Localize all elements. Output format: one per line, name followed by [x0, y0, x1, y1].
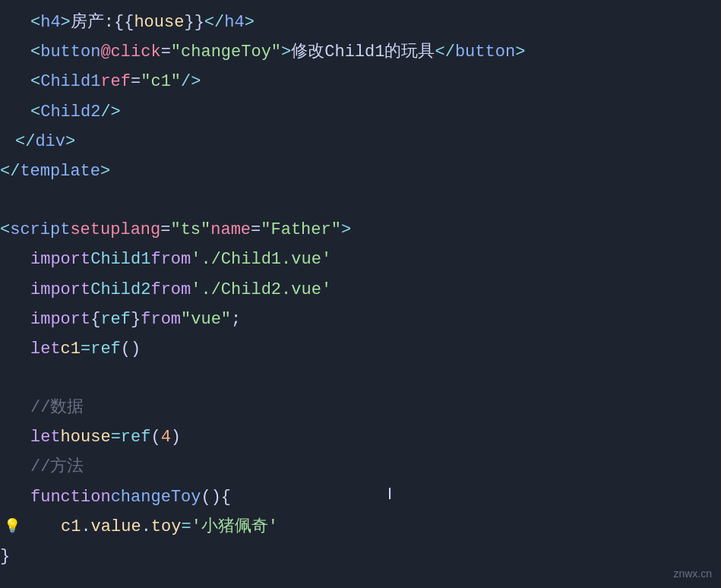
keyword-from-2: from — [150, 277, 191, 303]
import-child2: Child2 — [90, 277, 150, 303]
tag-self-close: /> — [181, 68, 201, 95]
attr-val-click: "changeToy" — [171, 39, 281, 65]
prop-toy: toy — [151, 514, 182, 540]
tag-name-child1: Child1 — [40, 68, 100, 95]
tag-bracket-c1: < — [30, 68, 40, 95]
tag-name-button: button — [40, 39, 100, 65]
semicolon: ; — [231, 306, 241, 333]
tag-bracket-btn2: > — [281, 39, 291, 65]
var-c1-2: c1 — [61, 514, 81, 540]
func-name-changetoy: changeToy — [111, 484, 201, 511]
prop-value: value — [91, 514, 141, 540]
code-line-14: // 数据 — [0, 393, 721, 422]
tag-bracket-btn4: > — [515, 39, 525, 65]
var-house: house — [134, 9, 184, 36]
tag-name-script: script — [10, 217, 70, 243]
code-line-4: <Child2 /> — [0, 97, 721, 127]
code-editor: <h4>房产: {{ house }}</h4> <button @click=… — [0, 0, 721, 588]
code-line-15: let house = ref(4) — [0, 422, 721, 452]
tag-bracket-close: > — [61, 9, 71, 36]
attr-lang: lang — [120, 217, 160, 243]
keyword-import-2: import — [30, 277, 90, 303]
func-call-ref-2: ref — [121, 424, 151, 450]
tag-bracket-btn3: </ — [435, 39, 455, 65]
attr-eq-name: = — [251, 217, 261, 243]
paren-close-ref2: ) — [171, 424, 181, 450]
tag-name-template-end: template — [20, 158, 100, 185]
code-line-8: <script setup lang="ts" name="Father"> — [0, 215, 721, 245]
operator-eq-1: = — [81, 336, 90, 362]
var-house-2: house — [61, 424, 111, 450]
tag-name-child2: Child2 — [40, 99, 100, 125]
tag-name-h4: h4 — [40, 9, 60, 36]
code-line-2: <button @click="changeToy">修改Child1的玩具</… — [0, 37, 721, 67]
tag-bracket-c2: < — [30, 99, 40, 125]
tag-bracket-script2: > — [341, 217, 351, 243]
button-text: 修改Child1的玩具 — [291, 39, 435, 65]
func-paren: (){ — [201, 484, 231, 511]
code-line-1: <h4>房产: {{ house }}</h4> — [0, 8, 721, 37]
attr-click: @click — [100, 39, 160, 65]
code-line-16: // 方法 — [0, 452, 721, 482]
keyword-import-3: import — [30, 306, 90, 333]
string-peppa: '小猪佩奇' — [191, 514, 278, 540]
watermark: znwx.cn — [673, 565, 712, 582]
comment-method-text: 方法 — [50, 454, 84, 480]
text-house-label: 房产: — [71, 9, 114, 36]
text-cursor: I — [387, 480, 392, 508]
tag-self-close2: /> — [100, 99, 120, 125]
string-child2-path: './Child2.vue' — [191, 277, 331, 303]
tag-name-h4-end: h4 — [224, 9, 244, 36]
comment-method: // — [30, 454, 50, 480]
comment-data-text: 数据 — [50, 394, 84, 421]
keyword-function: function — [30, 484, 111, 511]
import-ref: ref — [100, 306, 131, 333]
tag-bracket-div-end2: > — [65, 128, 75, 155]
attr-val-father: "Father" — [261, 217, 341, 243]
tag-bracket-div-end: </ — [0, 128, 35, 155]
keyword-from-3: from — [141, 306, 181, 333]
code-line-18: 💡 c1.value.toy = '小猪佩奇' — [0, 512, 721, 542]
comment-data: // — [30, 394, 50, 421]
operator-assign: = — [181, 514, 191, 540]
tag-bracket-end2: > — [245, 9, 255, 36]
code-line-12: let c1 = ref() — [0, 334, 721, 364]
keyword-let-1: let — [30, 336, 61, 362]
keyword-import-1: import — [30, 246, 90, 273]
paren-open-ref2: ( — [150, 424, 160, 450]
attr-name-name: name — [210, 217, 251, 243]
brace-open: { — [90, 306, 100, 333]
operator-eq-2: = — [111, 424, 121, 450]
string-child1-path: './Child1.vue' — [191, 246, 331, 273]
template-close: }} — [184, 9, 204, 36]
import-child1: Child1 — [90, 246, 150, 273]
empty-line-1 — [0, 186, 721, 215]
code-line-10: import Child2 from './Child2.vue' — [0, 275, 721, 305]
tag-bracket-script: < — [0, 217, 10, 243]
code-line-9: import Child1 from './Child1.vue' — [0, 245, 721, 274]
attr-eq-lang: = — [160, 217, 170, 243]
func-call-ref-1: ref — [90, 336, 121, 362]
attr-eq: = — [161, 39, 171, 65]
tag-bracket: < — [30, 9, 40, 36]
code-line-3: <Child1 ref="c1"/> — [0, 67, 721, 96]
keyword-from-1: from — [150, 246, 191, 273]
tag-bracket-tpl-end: </ — [0, 158, 20, 185]
attr-setup: setup — [70, 217, 120, 243]
dot-2: . — [141, 514, 151, 540]
code-line-19: } — [0, 542, 721, 571]
var-c1: c1 — [61, 336, 81, 362]
lightbulb-icon[interactable]: 💡 — [4, 516, 21, 538]
brace-close: } — [131, 306, 141, 333]
tag-bracket-btn: < — [30, 39, 40, 65]
number-4: 4 — [161, 424, 171, 450]
paren-ref: () — [121, 336, 141, 362]
attr-ref: ref — [100, 68, 131, 95]
code-line-6: </template> — [0, 156, 721, 186]
tag-bracket-tpl-end2: > — [100, 158, 110, 185]
tag-name-button-end: button — [455, 39, 515, 65]
attr-eq2: = — [131, 68, 141, 95]
attr-val-ref: "c1" — [141, 68, 181, 95]
tag-name-div-end: div — [35, 128, 65, 155]
code-line-17: function changeToy(){ — [0, 482, 721, 512]
